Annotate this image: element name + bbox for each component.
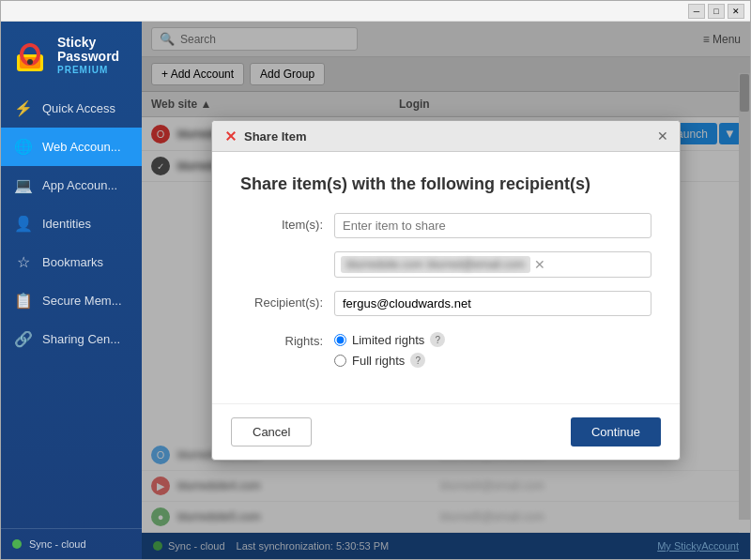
modal-footer: Cancel Continue [212,403,680,460]
rights-group: Limited rights ? Full rights ? [334,329,651,368]
sidebar-footer: Sync - cloud [1,528,142,559]
title-bar: ─ □ ✕ [1,1,750,22]
tag-remove-button[interactable]: ✕ [534,257,545,272]
web-accounts-icon: 🌐 [14,138,33,156]
premium-badge: PREMIUM [57,65,119,75]
sidebar-label-quick-access: Quick Access [42,101,115,115]
app-accounts-icon: 💻 [14,176,33,194]
full-rights-label: Full rights [352,354,405,368]
sidebar-label-identities: Identities [42,217,91,231]
continue-button[interactable]: Continue [571,417,661,446]
tag-field: blurredsite.com blurred@email.com ✕ [334,251,651,278]
limited-rights-radio[interactable] [334,334,346,346]
full-rights-radio[interactable] [334,355,346,367]
sidebar-label-secure-memo: Secure Mem... [42,294,122,308]
recipients-input[interactable] [334,291,651,316]
sidebar-label-sharing-center: Sharing Cen... [42,332,120,346]
rights-field: Limited rights ? Full rights ? [334,329,651,368]
sidebar-item-app-accounts[interactable]: 💻 App Accoun... [1,166,142,204]
quick-access-icon: ⚡ [14,99,33,117]
nav-items: ⚡ Quick Access 🌐 Web Accoun... 💻 App Acc… [1,89,142,528]
limited-rights-option[interactable]: Limited rights ? [334,332,651,347]
modal-overlay: Share Item ✕ Share item(s) with the foll… [142,22,750,559]
bookmarks-icon: ☆ [14,253,33,271]
share-item-modal: Share Item ✕ Share item(s) with the foll… [211,120,681,461]
modal-title-bar: Share Item ✕ [212,121,680,152]
tag-container: blurredsite.com blurred@email.com ✕ [334,251,651,278]
modal-heading: Share item(s) with the following recipie… [240,174,651,194]
cancel-button[interactable]: Cancel [231,417,312,446]
secure-memo-icon: 📋 [14,292,33,310]
close-btn[interactable]: ✕ [728,4,744,19]
items-label: Item(s): [240,213,334,232]
modal-body: Share item(s) with the following recipie… [212,152,680,403]
logo-text: StickyPassword PREMIUM [57,36,119,75]
rights-label: Rights: [240,329,334,348]
rights-row: Rights: Limited rights ? [240,329,651,368]
sidebar-label-web-accounts: Web Accoun... [42,140,121,154]
sidebar-item-secure-memo[interactable]: 📋 Secure Mem... [1,281,142,320]
tag-label-spacer [240,251,334,256]
tag-site-text: blurredsite.com [346,258,423,271]
limited-rights-help-icon[interactable]: ? [430,332,445,347]
sidebar-item-sharing-center[interactable]: 🔗 Sharing Cen... [1,320,142,358]
sidebar-label-app-accounts: App Accoun... [42,178,117,192]
sharing-center-icon: 🔗 [14,330,33,348]
modal-close-button[interactable]: ✕ [657,129,668,144]
recipients-label: Recipient(s): [240,291,334,310]
maximize-btn[interactable]: □ [708,4,725,19]
sidebar: StickyPassword PREMIUM ⚡ Quick Access 🌐 … [1,22,142,559]
full-rights-help-icon[interactable]: ? [410,353,425,368]
sync-label: Sync - cloud [29,538,86,550]
product-name: StickyPassword [57,36,119,65]
share-item-icon [223,129,238,144]
sync-status-dot [12,539,22,549]
main-window: ─ □ ✕ StickyPassword PREMIUM [0,0,751,560]
minimize-btn[interactable]: ─ [688,4,705,19]
sidebar-item-identities[interactable]: 👤 Identities [1,204,142,243]
sidebar-item-quick-access[interactable]: ⚡ Quick Access [1,89,142,128]
main-area: 🔍 ≡ Menu + Add Account Add Group Web sit… [142,22,750,559]
items-row: Item(s): [240,213,651,238]
sidebar-item-web-accounts[interactable]: 🌐 Web Accoun... [1,128,142,166]
sidebar-item-bookmarks[interactable]: ☆ Bookmarks [1,243,142,281]
identities-icon: 👤 [14,215,33,233]
tag-email-text: blurred@email.com [427,258,525,271]
logo-icon [12,38,48,73]
items-field [334,213,651,238]
full-rights-option[interactable]: Full rights ? [334,353,651,368]
logo-area: StickyPassword PREMIUM [1,22,142,89]
limited-rights-label: Limited rights [352,333,424,347]
recipients-row: Recipient(s): [240,291,651,316]
tag-row: blurredsite.com blurred@email.com ✕ [240,251,651,278]
recipients-field [334,291,651,316]
site-tag: blurredsite.com blurred@email.com [341,256,530,273]
items-input[interactable] [334,213,651,238]
sidebar-label-bookmarks: Bookmarks [42,255,103,269]
modal-title: Share Item [223,129,306,144]
app-body: StickyPassword PREMIUM ⚡ Quick Access 🌐 … [1,22,750,559]
svg-point-3 [27,59,33,65]
